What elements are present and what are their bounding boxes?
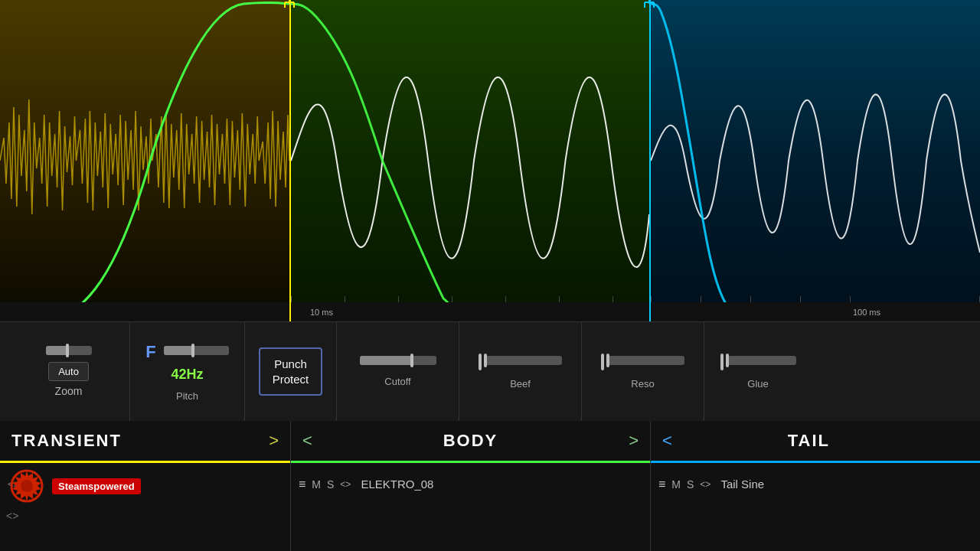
- cutoff-group: Cutoff: [337, 322, 459, 421]
- beef-group: Beef: [459, 322, 582, 421]
- transient-left-arrows[interactable]: <>: [6, 510, 18, 522]
- pitch-note: F: [145, 342, 155, 362]
- transient-title: TRANSIENT: [11, 431, 122, 451]
- transient-panel: [0, 0, 291, 321]
- glue-slider[interactable]: [727, 356, 796, 365]
- svg-point-14: [21, 480, 33, 492]
- bottom-bar: TRANSIENT > <> < BODY > ≡ M S <> ELEKTRO…: [0, 421, 980, 551]
- beef-slider[interactable]: [485, 356, 562, 365]
- body-title: BODY: [443, 431, 498, 451]
- tail-ms-arrows[interactable]: <>: [700, 479, 710, 490]
- reso-slider[interactable]: [608, 356, 684, 365]
- playhead-yellow[interactable]: [289, 0, 291, 321]
- playhead-marker-cyan[interactable]: [642, 0, 657, 18]
- tail-footer: ≡ M S <> Tail Sine: [651, 463, 980, 505]
- tail-waveform: [651, 0, 980, 321]
- tail-preset-name: Tail Sine: [720, 478, 764, 491]
- pitch-slider[interactable]: [164, 346, 229, 355]
- body-nav-left[interactable]: <: [302, 431, 312, 451]
- auto-button[interactable]: Auto: [48, 362, 89, 381]
- body-preset-arrows[interactable]: ≡: [299, 478, 305, 491]
- body-panel: 10 ms: [291, 0, 651, 321]
- cutoff-slider[interactable]: [360, 356, 436, 365]
- tail-panel: 100 ms: [651, 0, 980, 321]
- pitch-group: F 42Hz Pitch: [130, 322, 245, 421]
- body-preset-name: ELEKTRO_08: [361, 478, 433, 491]
- beef-label: Beef: [510, 378, 531, 390]
- pitch-value: 42Hz: [171, 367, 203, 383]
- bottom-tail: < TAIL ≡ M S <> Tail Sine: [651, 421, 980, 551]
- zoom-group: Auto Zoom: [8, 322, 130, 421]
- zoom-slider[interactable]: [46, 346, 92, 355]
- tail-ms-m[interactable]: M: [671, 478, 681, 491]
- body-nav-right[interactable]: >: [629, 431, 639, 451]
- logo-text: Steamspowered: [52, 478, 141, 494]
- body-ms-arrows[interactable]: <>: [340, 479, 351, 490]
- tail-ms-s[interactable]: S: [687, 478, 694, 491]
- pitch-label: Pitch: [176, 390, 198, 402]
- zoom-label: Zoom: [55, 385, 83, 397]
- transient-header: TRANSIENT >: [0, 421, 290, 463]
- body-waveform: [291, 0, 649, 321]
- waveform-container: 10 ms: [0, 0, 980, 321]
- body-ms-s[interactable]: S: [327, 478, 334, 491]
- tail-preset-arrows[interactable]: ≡: [658, 478, 665, 491]
- body-footer: ≡ M S <> ELEKTRO_08: [291, 463, 650, 505]
- time-100ms: 100 ms: [853, 308, 880, 317]
- punch-protect-button[interactable]: TRANSIENT PunchProtect: [259, 347, 323, 396]
- bottom-body: < BODY > ≡ M S <> ELEKTRO_08: [291, 421, 651, 551]
- transient-nav-right[interactable]: >: [269, 431, 279, 451]
- playhead-marker-yellow[interactable]: [282, 0, 297, 18]
- body-ms-m[interactable]: M: [312, 478, 321, 491]
- tail-title: TAIL: [788, 431, 830, 451]
- tail-header: < TAIL: [651, 421, 980, 463]
- time-10ms: 10 ms: [310, 308, 333, 317]
- svg-rect-2: [651, 0, 980, 321]
- body-header: < BODY >: [291, 421, 650, 463]
- controls-bar: Auto Zoom F 42Hz Pitch TRANSIENT PunchPr…: [0, 321, 980, 421]
- logo-overlay: Steamspowered: [8, 467, 141, 505]
- punch-protect-group: TRANSIENT PunchProtect: [245, 322, 337, 421]
- transient-waveform: [0, 0, 289, 321]
- reso-group: Reso: [582, 322, 704, 421]
- playhead-cyan[interactable]: [649, 0, 651, 321]
- tail-nav-left[interactable]: <: [662, 431, 672, 451]
- svg-rect-1: [291, 0, 649, 321]
- glue-group: Glue: [704, 322, 812, 421]
- reso-label: Reso: [631, 378, 654, 390]
- gear-icon: [8, 467, 46, 505]
- cutoff-label: Cutoff: [384, 376, 410, 387]
- glue-label: Glue: [747, 378, 768, 390]
